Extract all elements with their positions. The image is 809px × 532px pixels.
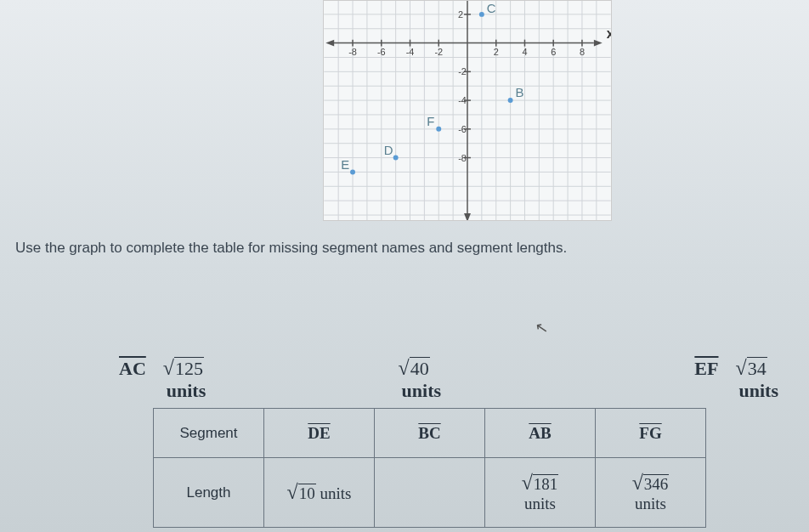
svg-text:-6: -6 — [377, 47, 386, 57]
point-c-label: C — [487, 2, 496, 15]
x-axis-label: x — [607, 26, 611, 41]
svg-text:2: 2 — [458, 9, 463, 20]
point-c — [479, 12, 484, 17]
choice-ac[interactable]: AC √125 units — [119, 357, 246, 402]
table-row: Length √10 units √181 units √346 units — [154, 458, 706, 528]
svg-text:2: 2 — [494, 47, 499, 57]
row-header-segment: Segment — [154, 409, 264, 458]
svg-text:4: 4 — [522, 47, 527, 57]
svg-text:-4: -4 — [458, 95, 467, 105]
point-f-label: F — [427, 115, 434, 128]
cell-ab-len[interactable]: √181 units — [485, 458, 596, 528]
svg-text:8: 8 — [580, 47, 585, 57]
choice-ef-value: 34 — [747, 357, 767, 380]
choice-40[interactable]: √40 units — [399, 357, 474, 402]
point-b-label: B — [516, 86, 524, 99]
choice-40-value: 40 — [410, 357, 430, 380]
graph-svg: -8 -6 -4 -2 2 4 6 8 2 -2 -4 -6 -8 x C B … — [324, 1, 611, 220]
svg-text:-8: -8 — [348, 47, 357, 57]
point-d — [393, 156, 399, 161]
svg-text:-8: -8 — [458, 153, 467, 163]
cell-bc-seg[interactable]: BC — [375, 409, 485, 458]
choice-40-units: units — [402, 380, 441, 401]
cell-de-len[interactable]: √10 units — [264, 458, 375, 528]
x-axis-arrow-left — [325, 40, 334, 47]
choice-ac-segment: AC — [119, 358, 146, 380]
choice-ac-value: 125 — [174, 357, 204, 380]
cell-ab-seg[interactable]: AB — [485, 409, 596, 458]
instruction-text: Use the graph to complete the table for … — [15, 240, 567, 257]
answer-choices-row: AC √125 units √40 units EF √34 units — [0, 357, 809, 402]
svg-text:6: 6 — [551, 47, 556, 57]
cell-fg-seg[interactable]: FG — [596, 409, 706, 458]
choice-ef[interactable]: EF √34 units — [694, 357, 809, 402]
choice-ac-units: units — [167, 380, 206, 401]
table-row: Segment DE BC AB FG — [154, 409, 706, 458]
point-f — [436, 127, 441, 132]
segment-table: Segment DE BC AB FG Length √10 units √18… — [153, 408, 706, 528]
svg-text:-4: -4 — [406, 47, 415, 57]
row-header-length: Length — [154, 458, 264, 528]
point-e — [350, 169, 355, 174]
point-d-label: D — [384, 144, 393, 157]
svg-text:-6: -6 — [458, 124, 467, 134]
cell-de-seg[interactable]: DE — [264, 409, 375, 458]
x-axis-arrow — [594, 40, 603, 47]
cell-fg-len[interactable]: √346 units — [596, 458, 706, 528]
y-axis-arrow — [464, 213, 471, 220]
choice-ef-segment: EF — [694, 358, 718, 380]
svg-text:-2: -2 — [458, 66, 467, 76]
cursor-icon: ↖ — [534, 318, 550, 338]
cell-bc-len[interactable] — [375, 458, 485, 528]
x-ticks: -8 -6 -4 -2 2 4 6 8 — [348, 40, 585, 57]
svg-text:-2: -2 — [434, 47, 443, 57]
coordinate-graph: -8 -6 -4 -2 2 4 6 8 2 -2 -4 -6 -8 x C B … — [323, 0, 612, 221]
point-b — [508, 98, 513, 103]
choice-ef-units: units — [738, 380, 778, 401]
point-e-label: E — [341, 158, 349, 172]
